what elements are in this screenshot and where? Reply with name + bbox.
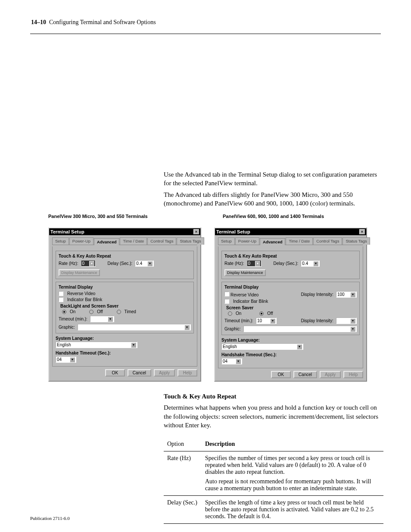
- radio-on-label: On: [236, 311, 241, 316]
- touchkey-group: Touch & Key Auto Repeat: [224, 254, 320, 258]
- intro-paragraph-2: The Advanced tab differs slightly for Pa…: [164, 190, 381, 208]
- radio-on[interactable]: [62, 310, 66, 314]
- tab-powerup[interactable]: Power-Up: [235, 237, 259, 245]
- radio-off[interactable]: [259, 311, 264, 316]
- terminal-display-group: Terminal Display: [224, 285, 357, 289]
- timeout-label: Timeout (min.):: [224, 318, 253, 323]
- graphic-label: Graphic:: [224, 327, 241, 331]
- section-heading-touchkey: Touch & Key Auto Repeat: [164, 392, 381, 401]
- timeout-combo[interactable]: 10▾: [256, 317, 277, 324]
- indicator-bar-blink-label: Indicator Bar Blink: [67, 297, 102, 302]
- reverse-video-label: Reverse Video: [67, 291, 95, 296]
- chevron-down-icon: ▾: [184, 325, 190, 330]
- cancel-button[interactable]: Cancel: [128, 369, 151, 376]
- radio-on-label: On: [70, 309, 75, 314]
- reverse-video-checkbox[interactable]: [224, 292, 229, 296]
- chevron-down-icon: ▾: [108, 317, 113, 322]
- tab-advanced[interactable]: Advanced: [260, 238, 285, 245]
- apply-button: Apply: [320, 371, 341, 378]
- display-intensity-combo[interactable]: 100▾: [336, 291, 357, 298]
- chevron-down-icon: ▾: [236, 359, 241, 364]
- delay-combo[interactable]: 0.4▾: [301, 260, 320, 267]
- handshake-combo[interactable]: 04▾: [221, 358, 242, 364]
- tab-controltags[interactable]: Control Tags: [147, 237, 176, 245]
- page-chapter: 14–10: [31, 19, 46, 25]
- indicator-bar-blink-label: Indicator Bar Blink: [233, 299, 268, 304]
- system-language-label: System Language:: [221, 338, 360, 342]
- display-intensity-label: Display Intensity:: [301, 292, 333, 297]
- tab-setup[interactable]: Setup: [218, 237, 235, 245]
- opt-delay: Delay (Sec.): [164, 496, 202, 524]
- ok-button[interactable]: OK: [105, 369, 125, 376]
- radio-on[interactable]: [228, 311, 232, 316]
- close-icon[interactable]: ×: [193, 229, 199, 234]
- reverse-video-label: Reverse Video: [230, 292, 258, 297]
- tab-timedate[interactable]: Time / Date: [286, 237, 313, 245]
- indicator-bar-blink-checkbox[interactable]: [224, 299, 229, 304]
- intro-paragraph-1: Use the Advanced tab in the Terminal Set…: [164, 170, 381, 188]
- radio-off[interactable]: [89, 310, 93, 314]
- options-table: Option Description Rate (Hz) Specifies t…: [164, 437, 383, 524]
- tab-statustags[interactable]: Status Tags: [177, 237, 204, 245]
- system-language-combo[interactable]: English▾: [56, 342, 137, 348]
- chevron-down-icon: ▾: [147, 261, 153, 266]
- rate-combo[interactable]: 0▾: [247, 260, 262, 267]
- handshake-label: Handshake Timeout (Sec.):: [56, 351, 194, 355]
- chevron-down-icon: ▾: [70, 357, 75, 362]
- terminal-setup-dialog-left: Terminal Setup × Setup Power-Up Advanced…: [48, 227, 201, 382]
- delay-label: Delay (Sec.):: [274, 261, 299, 266]
- note-rate: Auto repeat is not recommended for momen…: [205, 478, 380, 492]
- system-language-combo[interactable]: English▾: [221, 343, 303, 350]
- section-paragraph-touchkey: Determines what happens when you press a…: [164, 403, 381, 429]
- chevron-down-icon: ▾: [350, 327, 355, 332]
- tab-setup[interactable]: Setup: [52, 237, 69, 245]
- page-title: Configuring Terminal and Software Option…: [49, 19, 156, 25]
- terminal-display-group: Terminal Display: [59, 285, 191, 289]
- desc-delay: Specifies the length of time a key press…: [202, 496, 383, 524]
- rate-label: Rate (Hz):: [224, 261, 244, 266]
- touchkey-group: Touch & Key Auto Repeat: [59, 254, 154, 258]
- radio-timed[interactable]: [117, 310, 121, 314]
- tab-controltags[interactable]: Control Tags: [313, 237, 342, 245]
- graphic-combo[interactable]: ▾: [243, 326, 357, 332]
- tab-advanced[interactable]: Advanced: [94, 238, 119, 245]
- tab-statustags[interactable]: Status Tags: [342, 237, 370, 245]
- chevron-down-icon: ▾: [270, 318, 275, 324]
- chevron-down-icon: ▾: [313, 261, 318, 266]
- footer-publication: Publication 2711-6.0: [30, 516, 70, 521]
- handshake-combo[interactable]: 04▾: [56, 356, 76, 363]
- help-button[interactable]: Help: [177, 369, 197, 376]
- cancel-button[interactable]: Cancel: [293, 371, 317, 378]
- chevron-down-icon: ▾: [350, 292, 355, 297]
- graphic-combo[interactable]: ▾: [78, 324, 191, 330]
- help-button[interactable]: Help: [343, 371, 363, 378]
- rate-label: Rate (Hz):: [59, 261, 78, 266]
- display-intensity-ss-combo[interactable]: ▾: [336, 317, 357, 324]
- chevron-down-icon: ▾: [297, 344, 302, 349]
- caption-right: PanelView 600, 900, 1000 and 1400 Termin…: [223, 214, 376, 219]
- caption-left: PanelView 300 Micro, 300 and 550 Termina…: [48, 214, 201, 219]
- table-row: Delay (Sec.) Specifies the length of tim…: [164, 496, 383, 524]
- opt-rate: Rate (Hz): [164, 451, 202, 496]
- close-icon[interactable]: ×: [359, 229, 365, 234]
- delay-label: Delay (Sec.):: [108, 261, 133, 266]
- tab-powerup[interactable]: Power-Up: [69, 237, 93, 245]
- delay-combo[interactable]: 0.4▾: [135, 260, 154, 267]
- terminal-setup-dialog-right: Terminal Setup × Setup Power-Up Advanced…: [214, 227, 367, 382]
- rate-combo[interactable]: 0▾: [81, 260, 96, 267]
- display-maintenance-button[interactable]: Display Maintenance: [224, 269, 266, 276]
- chevron-down-icon: ▾: [131, 342, 136, 348]
- desc-rate: Specifies the number of times per second…: [205, 455, 370, 475]
- system-language-label: System Language:: [56, 336, 194, 341]
- backlight-group: BackLight and Screen Saver: [60, 304, 191, 308]
- timeout-combo[interactable]: ▾: [90, 316, 114, 322]
- radio-off-label: Off: [267, 311, 273, 316]
- chevron-down-icon: ▾: [89, 261, 94, 266]
- ok-button[interactable]: OK: [271, 371, 291, 378]
- screen-saver-group: Screen Saver: [226, 305, 357, 310]
- reverse-video-checkbox[interactable]: [59, 291, 63, 296]
- indicator-bar-blink-checkbox[interactable]: [59, 297, 63, 302]
- tab-timedate[interactable]: Time / Date: [120, 237, 147, 245]
- table-head-description: Description: [202, 437, 383, 451]
- handshake-label: Handshake Timeout (Sec.):: [221, 352, 360, 357]
